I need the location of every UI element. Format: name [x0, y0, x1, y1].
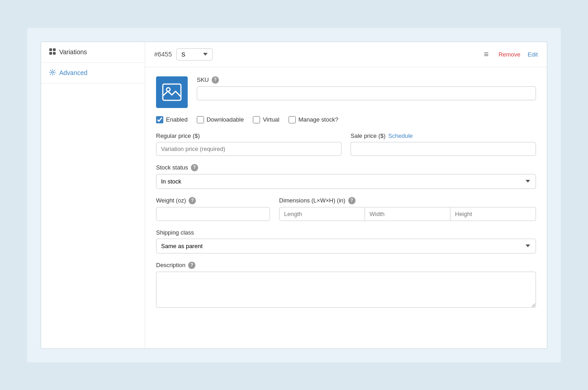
description-group: Description ? [156, 262, 536, 309]
outer-wrapper: Variations Advanced #6455 S M [27, 28, 561, 362]
svg-rect-1 [53, 48, 56, 51]
shipping-class-select[interactable]: Same as parent No shipping class [156, 239, 536, 254]
sale-price-field: Sale price ($) Schedule [351, 132, 536, 156]
dimensions-label: Dimensions (L×W×H) (in) [279, 197, 346, 204]
svg-rect-0 [49, 48, 52, 51]
shipping-class-label-row: Shipping class [156, 229, 536, 236]
sku-label-row: SKU ? [197, 76, 536, 84]
description-label-row: Description ? [156, 262, 536, 269]
svg-rect-5 [163, 84, 181, 100]
svg-rect-2 [49, 52, 52, 55]
svg-rect-3 [53, 52, 56, 55]
svg-point-6 [166, 88, 170, 91]
enabled-checkbox[interactable] [156, 116, 163, 123]
regular-price-field: Regular price ($) [156, 132, 341, 156]
downloadable-checkbox[interactable] [197, 116, 204, 123]
manage-stock-checkbox[interactable] [289, 116, 296, 123]
grid-icon [49, 48, 56, 56]
stock-status-group: Stock status ? In stock Out of stock On … [156, 164, 536, 189]
stock-status-select[interactable]: In stock Out of stock On backorder [156, 174, 536, 189]
virtual-checkbox-item[interactable]: Virtual [253, 116, 280, 123]
gear-icon [49, 69, 56, 77]
sale-price-label-row: Sale price ($) Schedule [351, 132, 536, 139]
regular-price-input[interactable] [156, 142, 341, 156]
metrics-row: Weight (oz) ? Dimensions (L×W×H) (in) ? [156, 197, 536, 221]
downloadable-label: Downloadable [207, 116, 244, 123]
manage-stock-label: Manage stock? [299, 116, 338, 123]
dimensions-inputs [279, 207, 536, 221]
downloadable-checkbox-item[interactable]: Downloadable [197, 116, 244, 123]
svg-point-4 [52, 71, 53, 73]
regular-price-label: Regular price ($) [156, 132, 200, 139]
description-textarea[interactable] [156, 272, 536, 308]
sidebar-item-advanced[interactable]: Advanced [41, 63, 145, 84]
stock-status-label: Stock status [156, 164, 188, 171]
sale-price-label: Sale price ($) [351, 132, 385, 139]
description-label: Description [156, 262, 185, 268]
panel: Variations Advanced #6455 S M [41, 42, 547, 349]
shipping-class-group: Shipping class Same as parent No shippin… [156, 229, 536, 254]
top-row: SKU ? [156, 76, 536, 108]
sku-label: SKU [197, 76, 209, 83]
advanced-label: Advanced [59, 69, 87, 76]
weight-label-row: Weight (oz) ? [156, 197, 270, 204]
sidebar-item-variations[interactable]: Variations [41, 42, 145, 63]
stock-status-label-row: Stock status ? [156, 164, 536, 171]
manage-stock-checkbox-item[interactable]: Manage stock? [289, 116, 338, 123]
regular-price-label-row: Regular price ($) [156, 132, 341, 139]
weight-field: Weight (oz) ? [156, 197, 270, 221]
virtual-label: Virtual [263, 116, 280, 123]
variations-label: Variations [59, 48, 87, 56]
enabled-checkbox-item[interactable]: Enabled [156, 116, 188, 123]
sku-help-icon[interactable]: ? [212, 76, 219, 84]
sku-input[interactable] [197, 86, 536, 100]
product-image-placeholder[interactable] [156, 76, 188, 108]
sale-price-input[interactable] [351, 142, 536, 156]
stock-status-help-icon[interactable]: ? [191, 164, 198, 171]
height-input[interactable] [450, 207, 536, 221]
width-input[interactable] [365, 207, 450, 221]
price-row: Regular price ($) Sale price ($) Schedul… [156, 132, 536, 156]
enabled-label: Enabled [166, 116, 188, 123]
dimensions-label-row: Dimensions (L×W×H) (in) ? [279, 197, 536, 204]
variation-body: SKU ? Enabled Downloadable [145, 67, 547, 326]
dimensions-field: Dimensions (L×W×H) (in) ? [279, 197, 536, 221]
shipping-class-label: Shipping class [156, 229, 194, 236]
variation-header: #6455 S M L XL ≡ Remove Edit [145, 42, 547, 67]
variation-size-select[interactable]: S M L XL [176, 48, 213, 61]
menu-icon[interactable]: ≡ [484, 50, 489, 59]
weight-label: Weight (oz) [156, 197, 186, 204]
description-help-icon[interactable]: ? [188, 262, 195, 269]
remove-button[interactable]: Remove [498, 51, 520, 58]
weight-input[interactable] [156, 207, 270, 221]
virtual-checkbox[interactable] [253, 116, 260, 123]
checkboxes-row: Enabled Downloadable Virtual Manage stoc… [156, 116, 536, 123]
schedule-link[interactable]: Schedule [388, 132, 413, 139]
edit-button[interactable]: Edit [528, 51, 538, 58]
sidebar: Variations Advanced [41, 42, 145, 348]
dimensions-help-icon[interactable]: ? [348, 197, 356, 204]
sku-field: SKU ? [197, 76, 536, 100]
main-content: #6455 S M L XL ≡ Remove Edit [145, 42, 547, 348]
weight-help-icon[interactable]: ? [189, 197, 196, 204]
variation-id: #6455 [154, 51, 172, 58]
length-input[interactable] [279, 207, 365, 221]
